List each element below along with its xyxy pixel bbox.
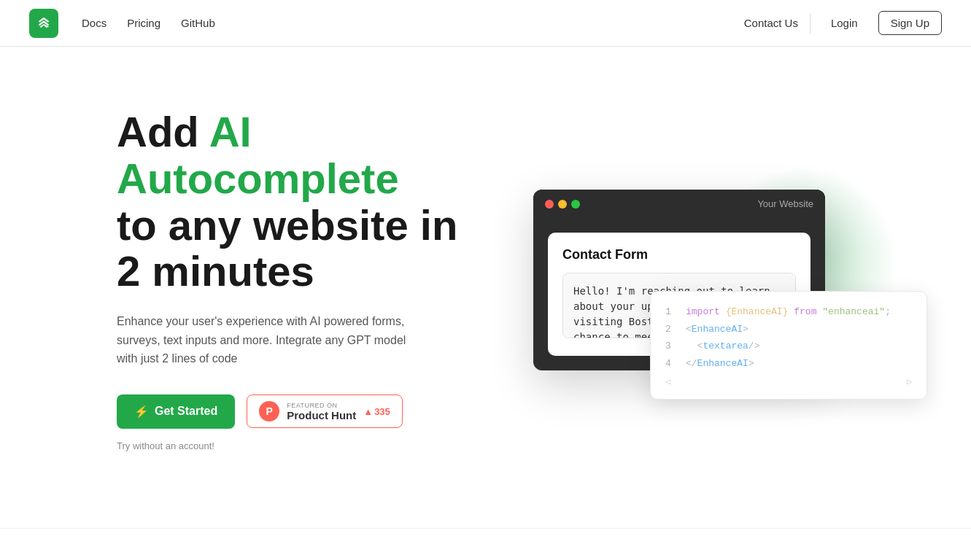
browser-bar: Your Website <box>533 190 825 218</box>
hero-subtext: Enhance your user's experience with AI p… <box>117 312 423 368</box>
dot-yellow <box>558 200 567 209</box>
hero-section: Add AI Autocomplete to any website in2 m… <box>0 47 971 499</box>
heading-rest: to any website in2 minutes <box>117 201 457 295</box>
ph-arrow-icon: ▲ <box>363 406 373 417</box>
lightning-icon: ⚡ <box>134 405 149 419</box>
try-no-account: Try without an account! <box>117 440 481 451</box>
get-started-label: Get Started <box>155 405 217 418</box>
nav-github[interactable]: GitHub <box>181 17 215 29</box>
ph-logo: P <box>259 401 279 421</box>
hero-left: Add AI Autocomplete to any website in2 m… <box>117 109 481 451</box>
ph-featured-label: FEATURED ON <box>287 402 356 409</box>
code-line-4: 4 </EnhanceAI> <box>665 355 912 372</box>
nav-pricing[interactable]: Pricing <box>127 17 160 29</box>
hero-ctas: ⚡ Get Started P FEATURED ON Product Hunt… <box>117 394 481 429</box>
code-window: 1 import {EnhanceAI} from "enhanceai"; 2… <box>650 291 927 400</box>
dot-green <box>571 200 580 209</box>
logo-icon <box>36 15 52 31</box>
ph-count-value: 335 <box>374 406 390 417</box>
ph-text: FEATURED ON Product Hunt <box>287 402 356 421</box>
ph-count: ▲ 335 <box>363 406 390 417</box>
logo[interactable] <box>29 9 58 38</box>
code-scrollbar: ◁ ▷ <box>665 376 912 387</box>
navbar: Docs Pricing GitHub Contact Us Login Sig… <box>0 0 971 47</box>
code-line-1: 1 import {EnhanceAI} from "enhanceai"; <box>665 303 912 320</box>
product-hunt-badge[interactable]: P FEATURED ON Product Hunt ▲ 335 <box>247 394 403 428</box>
hero-heading: Add AI Autocomplete to any website in2 m… <box>117 109 481 295</box>
dot-red <box>545 200 554 209</box>
code-line-2: 2 <EnhanceAI> <box>665 321 912 338</box>
login-button[interactable]: Login <box>822 12 867 34</box>
get-started-button[interactable]: ⚡ Get Started <box>117 394 235 429</box>
nav-contact[interactable]: Contact Us <box>744 17 798 29</box>
ph-name: Product Hunt <box>287 409 356 421</box>
heading-add: Add <box>117 108 209 155</box>
browser-title: Your Website <box>757 198 813 209</box>
integrations-section: Integrates with all major no-code tools … <box>0 528 971 560</box>
form-title: Contact Form <box>562 247 796 262</box>
nav-right: Contact Us Login Sign Up <box>744 11 942 35</box>
hero-right: Your Website Contact Form 1 import {Enha… <box>533 190 883 370</box>
nav-docs[interactable]: Docs <box>82 17 107 29</box>
nav-links: Docs Pricing GitHub <box>82 17 215 29</box>
code-line-3: 3 <textarea/> <box>665 338 912 354</box>
nav-left: Docs Pricing GitHub <box>29 9 215 38</box>
browser-dots <box>545 200 580 209</box>
nav-divider <box>810 13 811 34</box>
signup-button[interactable]: Sign Up <box>878 11 942 35</box>
